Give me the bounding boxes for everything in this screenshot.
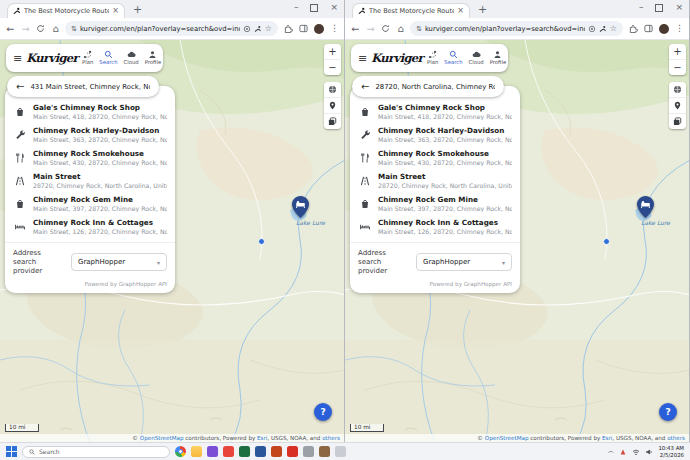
- poi-dot[interactable]: [603, 238, 610, 245]
- search-result-item[interactable]: Chimney Rock Smokehouse Main Street, 430…: [350, 146, 520, 169]
- address-bar[interactable]: ⇅ kurviger.com/en/plan?overlay=search&ov…: [65, 21, 278, 36]
- kurviger-extension-icon[interactable]: [599, 25, 607, 33]
- extensions-icon[interactable]: [629, 24, 638, 33]
- address-search-field[interactable]: ← 431 Main Street, Chimney Rock, North: [7, 76, 159, 97]
- provider-select[interactable]: GraphHopper ▾: [71, 253, 167, 271]
- wifi-icon[interactable]: [632, 448, 640, 456]
- back-icon[interactable]: ←: [5, 24, 16, 34]
- kurviger-logo[interactable]: Kurviger: [26, 51, 78, 65]
- locate-me-icon[interactable]: [669, 98, 686, 114]
- profile-avatar[interactable]: [659, 24, 669, 34]
- chrome-icon[interactable]: [175, 446, 186, 457]
- search-result-item[interactable]: Main Street 28720, Chimney Rock, North C…: [5, 169, 175, 192]
- nav-plan[interactable]: Plan: [82, 50, 93, 65]
- tab-close-icon[interactable]: ×: [112, 7, 119, 15]
- browser-tab[interactable]: The Best Motorcycle Route Plann... ×: [7, 3, 125, 18]
- search-result-item[interactable]: Chimney Rock Harley-Davidson Main Street…: [350, 123, 520, 146]
- nav-cloud[interactable]: Cloud: [469, 50, 484, 65]
- nav-profile[interactable]: Profile: [145, 50, 161, 65]
- home-icon[interactable]: ⌂: [395, 24, 406, 34]
- globe-3d-icon[interactable]: [669, 82, 686, 98]
- globe-3d-icon[interactable]: [324, 82, 341, 98]
- tray-chevron-up-icon[interactable]: ︿: [607, 448, 614, 455]
- kurviger-logo[interactable]: Kurviger: [371, 51, 423, 65]
- map-view[interactable]: ≡ Kurviger Plan Search Cloud: [345, 40, 689, 443]
- location-permission-icon[interactable]: [243, 25, 251, 33]
- location-permission-icon[interactable]: [588, 25, 596, 33]
- search-result-item[interactable]: Chimney Rock Inn & Cottages Main Street,…: [350, 215, 520, 238]
- search-result-item[interactable]: Gale's Chimney Rock Shop Main Street, 41…: [5, 100, 175, 123]
- help-button[interactable]: ?: [314, 403, 332, 421]
- others-link[interactable]: others: [667, 435, 685, 441]
- zoom-out-button[interactable]: −: [324, 60, 341, 75]
- app-brown-icon[interactable]: [319, 446, 330, 457]
- zoom-in-button[interactable]: +: [669, 44, 686, 60]
- app-tool-icon[interactable]: [335, 446, 346, 457]
- app-purple-icon[interactable]: [207, 446, 218, 457]
- esri-link[interactable]: Esri: [602, 435, 612, 441]
- maximize-button[interactable]: [310, 4, 318, 12]
- bookmark-star-icon[interactable]: ☆: [265, 25, 272, 33]
- nav-search[interactable]: Search: [444, 50, 462, 65]
- help-button[interactable]: ?: [659, 403, 677, 421]
- site-settings-icon[interactable]: ⇅: [71, 25, 77, 33]
- new-tab-button[interactable]: +: [478, 4, 487, 15]
- search-result-item[interactable]: Chimney Rock Gem Mine Main Street, 397, …: [5, 192, 175, 215]
- reload-icon[interactable]: [380, 24, 391, 33]
- maximize-button[interactable]: [655, 4, 663, 12]
- address-search-field[interactable]: ← 28720, North Carolina, Chimney Rock: [352, 76, 504, 97]
- osm-link[interactable]: OpenStreetMap: [140, 435, 184, 441]
- taskbar-clock[interactable]: 10:43 AM 2/5/2026: [658, 445, 684, 459]
- search-result-item[interactable]: Chimney Rock Harley-Davidson Main Street…: [5, 123, 175, 146]
- hamburger-menu-icon[interactable]: ≡: [13, 53, 22, 64]
- app-green-icon[interactable]: [239, 446, 250, 457]
- esri-link[interactable]: Esri: [257, 435, 267, 441]
- address-bar[interactable]: ⇅ kurviger.com/en/plan?overlay=search&ov…: [410, 21, 623, 36]
- provider-select[interactable]: GraphHopper ▾: [416, 253, 512, 271]
- reload-icon[interactable]: [35, 24, 46, 33]
- nav-profile[interactable]: Profile: [490, 50, 506, 65]
- nav-search[interactable]: Search: [99, 50, 117, 65]
- result-map-pin[interactable]: [637, 196, 654, 218]
- browser-menu-icon[interactable]: ⋮: [675, 24, 684, 33]
- tray-app-icon[interactable]: [619, 448, 627, 456]
- volume-icon[interactable]: [645, 448, 653, 456]
- minimize-button[interactable]: –: [639, 3, 644, 12]
- side-panel-icon[interactable]: [644, 24, 653, 33]
- app-orange-icon[interactable]: [271, 446, 282, 457]
- nav-cloud[interactable]: Cloud: [124, 50, 139, 65]
- search-back-icon[interactable]: ←: [16, 82, 24, 92]
- osm-link[interactable]: OpenStreetMap: [485, 435, 529, 441]
- poi-dot[interactable]: [258, 238, 265, 245]
- map-view[interactable]: ≡ Kurviger Plan Search Cloud: [0, 40, 344, 443]
- layers-icon[interactable]: [324, 114, 341, 129]
- app-red-icon[interactable]: [223, 446, 234, 457]
- zoom-in-button[interactable]: +: [324, 44, 341, 60]
- hamburger-menu-icon[interactable]: ≡: [358, 53, 367, 64]
- search-back-icon[interactable]: ←: [361, 82, 369, 92]
- search-result-item[interactable]: Chimney Rock Gem Mine Main Street, 397, …: [350, 192, 520, 215]
- close-window-button[interactable]: ×: [675, 3, 683, 12]
- search-query-text[interactable]: 28720, North Carolina, Chimney Rock: [375, 83, 495, 91]
- home-icon[interactable]: ⌂: [50, 24, 61, 34]
- app-gray-icon[interactable]: [303, 446, 314, 457]
- layers-icon[interactable]: [669, 114, 686, 129]
- search-result-item[interactable]: Main Street 28720, Chimney Rock, North C…: [350, 169, 520, 192]
- back-icon[interactable]: ←: [350, 24, 361, 34]
- extensions-icon[interactable]: [284, 24, 293, 33]
- bookmark-star-icon[interactable]: ☆: [610, 25, 617, 33]
- search-result-item[interactable]: Gale's Chimney Rock Shop Main Street, 41…: [350, 100, 520, 123]
- site-settings-icon[interactable]: ⇅: [416, 25, 422, 33]
- minimize-button[interactable]: –: [294, 3, 299, 12]
- search-query-text[interactable]: 431 Main Street, Chimney Rock, North: [30, 83, 150, 91]
- app-crimson-icon[interactable]: [287, 446, 298, 457]
- zoom-out-button[interactable]: −: [669, 60, 686, 75]
- side-panel-icon[interactable]: [299, 24, 308, 33]
- browser-menu-icon[interactable]: ⋮: [330, 24, 339, 33]
- search-result-item[interactable]: Chimney Rock Inn & Cottages Main Street,…: [5, 215, 175, 238]
- result-map-pin[interactable]: [292, 196, 309, 218]
- nav-plan[interactable]: Plan: [427, 50, 438, 65]
- taskbar-search-input[interactable]: Search: [22, 446, 170, 458]
- app-blue-icon[interactable]: [255, 446, 266, 457]
- file-explorer-icon[interactable]: [191, 446, 202, 457]
